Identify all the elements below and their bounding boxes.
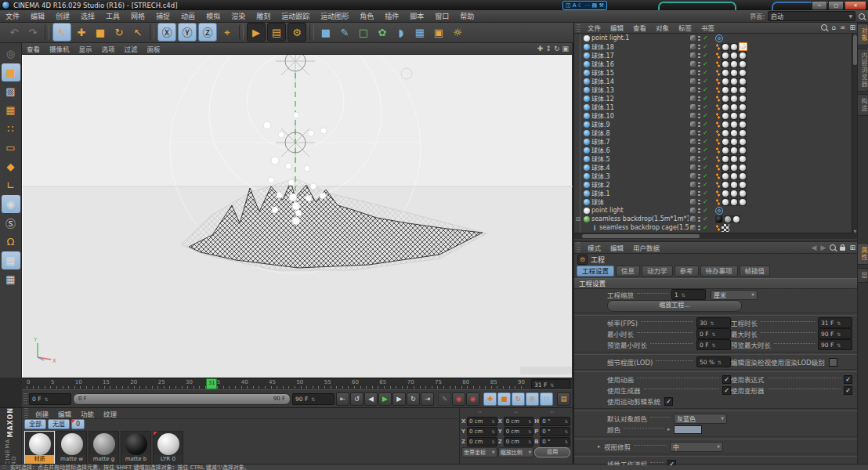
menu-item[interactable]: 工具: [100, 11, 125, 21]
pan-view-icon[interactable]: ✚: [537, 45, 544, 52]
add-deformer[interactable]: ✿: [374, 24, 391, 41]
workplane-mode[interactable]: ▦: [2, 101, 20, 119]
undo-button[interactable]: ↶: [5, 24, 23, 41]
range-end-field[interactable]: 90 F⇅: [292, 393, 335, 405]
visibility-dots-icon[interactable]: [698, 208, 700, 214]
material-item[interactable]: matte w: [56, 431, 87, 465]
object-row[interactable]: iseamless backdrop cage(1.5m*1m*1m)✓: [574, 223, 859, 232]
sphere-tag[interactable]: [730, 43, 738, 51]
sphere-tag[interactable]: [722, 43, 729, 51]
preview-range-slider[interactable]: 0 F90 F: [73, 393, 291, 405]
layer-chip-icon[interactable]: [690, 130, 696, 136]
project-scale-field[interactable]: 1⇅: [671, 289, 706, 300]
dots-tag[interactable]: [715, 164, 721, 172]
new-panel-icon[interactable]: ⊞: [849, 244, 855, 251]
separator[interactable]: [45, 24, 49, 40]
sphere-tag[interactable]: [739, 198, 747, 206]
object-name[interactable]: seamless backdrop(1.5m*1m*1m): [591, 215, 689, 222]
object-name[interactable]: 球体.14: [591, 77, 689, 85]
dots-tag[interactable]: [715, 146, 721, 154]
visibility-dots-icon[interactable]: [698, 190, 700, 197]
enabled-check-icon[interactable]: ✓: [703, 208, 708, 214]
object-name[interactable]: 球体.12: [591, 94, 689, 103]
sphere-tag[interactable]: [722, 112, 729, 120]
object-name[interactable]: 球体.8: [591, 128, 689, 137]
visibility-dots-icon[interactable]: [698, 35, 700, 42]
layer-chip-icon[interactable]: [690, 139, 696, 144]
object-row[interactable]: 球体.16✓: [574, 60, 859, 68]
object-name[interactable]: 球体.18: [591, 42, 689, 51]
use-generators-checkbox[interactable]: ✓: [722, 386, 731, 395]
object-toggles[interactable]: ✓: [690, 96, 708, 102]
sphere-tag[interactable]: [722, 172, 729, 180]
visibility-dots-icon[interactable]: [698, 216, 700, 222]
sphere-tag[interactable]: [730, 86, 738, 94]
snap-toggle[interactable]: Ω: [2, 233, 20, 251]
sphere-tag[interactable]: [730, 190, 738, 197]
make-editable[interactable]: ◎: [2, 45, 20, 63]
object-row[interactable]: 球体.3✓: [574, 172, 859, 180]
layer-chip-icon[interactable]: [690, 96, 696, 101]
keyframe-scale-toggle[interactable]: ■: [497, 392, 511, 406]
object-name[interactable]: 球体.4: [591, 163, 689, 172]
separator[interactable]: [150, 24, 154, 40]
layer-chip-icon[interactable]: [690, 70, 696, 75]
attribute-menu-item[interactable]: 编辑: [606, 243, 628, 252]
enabled-check-icon[interactable]: ✓: [703, 139, 708, 145]
object-row[interactable]: 球体.15✓: [574, 68, 859, 77]
object-toggles[interactable]: ✓: [690, 208, 708, 214]
dots-tag[interactable]: [715, 86, 721, 94]
enabled-check-icon[interactable]: ✓: [703, 225, 708, 231]
sphere-tag[interactable]: [730, 60, 738, 68]
enabled-check-icon[interactable]: ✓: [703, 35, 708, 42]
object-toggles[interactable]: ✓: [690, 44, 708, 50]
fps-field[interactable]: 30⇅: [696, 317, 731, 328]
unit-dropdown[interactable]: 厘米▼: [711, 290, 758, 300]
object-row[interactable]: 球体.10✓: [574, 111, 859, 120]
enabled-check-icon[interactable]: ✓: [703, 104, 708, 110]
menu-item[interactable]: 文件: [0, 11, 25, 21]
viewport-menu-item[interactable]: 过滤: [120, 44, 143, 53]
coordinate-system[interactable]: ⌖: [219, 24, 236, 41]
visibility-dots-icon[interactable]: [698, 104, 700, 110]
sphere-tag[interactable]: [739, 121, 747, 128]
layer-chip-icon[interactable]: [690, 35, 696, 41]
tab-layers[interactable]: 层: [858, 268, 868, 283]
visibility-dots-icon[interactable]: [698, 173, 700, 179]
use-expressions-checkbox[interactable]: ✓: [844, 375, 852, 384]
enabled-check-icon[interactable]: ✓: [703, 96, 708, 102]
rot-p-field[interactable]: 0 °⇅: [540, 427, 570, 436]
object-name[interactable]: 球体.15: [591, 68, 689, 77]
visibility-dots-icon[interactable]: [698, 52, 700, 59]
next-key-button[interactable]: ↻: [407, 392, 420, 406]
attribute-tab[interactable]: 信息: [616, 266, 640, 277]
dots-tag[interactable]: [715, 138, 721, 146]
visibility-dots-icon[interactable]: [698, 225, 700, 231]
menu-item[interactable]: 创建: [50, 11, 75, 21]
apply-button[interactable]: 应用: [534, 447, 570, 457]
dots-tag[interactable]: [715, 190, 721, 197]
viewport-canvas[interactable]: Y X: [22, 54, 572, 378]
live-selection-tool[interactable]: ↖: [52, 23, 71, 42]
expander-icon[interactable]: ⊟: [574, 216, 584, 222]
sphere-tag[interactable]: [739, 52, 747, 60]
project-length-field[interactable]: 31 F⇅: [818, 317, 852, 328]
use-animation-checkbox[interactable]: ✓: [722, 375, 731, 384]
object-row[interactable]: 球体.13✓: [574, 85, 859, 94]
attribute-tab[interactable]: 待办事项: [700, 266, 738, 277]
separator[interactable]: [239, 24, 244, 40]
object-name[interactable]: 球体.1: [591, 189, 689, 197]
sphere-tag[interactable]: [730, 181, 738, 189]
sphere-tag[interactable]: [739, 190, 747, 197]
render-to-picture-viewer[interactable]: ▤: [267, 23, 286, 42]
object-manager-menu-item[interactable]: 编辑: [606, 23, 628, 32]
object-toggles[interactable]: ✓: [690, 61, 708, 67]
sphere-tag[interactable]: [722, 146, 729, 154]
object-row[interactable]: 球体.6✓: [574, 146, 859, 154]
object-toggles[interactable]: ✓: [690, 78, 708, 85]
checker-tag[interactable]: [722, 224, 729, 232]
menu-item[interactable]: 网格: [125, 11, 150, 21]
rot-h-field[interactable]: 0 °⇅: [540, 417, 570, 426]
enabled-check-icon[interactable]: ✓: [703, 182, 708, 188]
sphere-tag[interactable]: [730, 112, 738, 120]
